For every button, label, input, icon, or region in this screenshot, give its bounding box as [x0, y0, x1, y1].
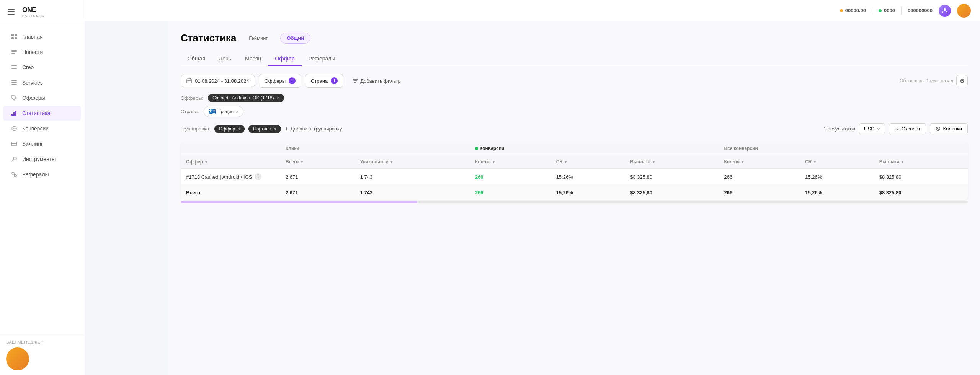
svg-rect-9: [11, 68, 17, 69]
all-count-value[interactable]: 266: [724, 174, 732, 180]
th-unique-clicks[interactable]: Уникальные ▾: [355, 155, 470, 169]
sidebar-item-services[interactable]: Services: [3, 75, 81, 90]
yellow-dot: [840, 9, 843, 12]
add-filter-label: Добавить фильтр: [360, 78, 401, 84]
remove-group-partner[interactable]: ×: [274, 126, 276, 132]
chart-icon: [11, 110, 18, 117]
tab-day[interactable]: День: [212, 52, 238, 66]
svg-rect-11: [11, 82, 17, 83]
sort-arrow: ▾: [493, 160, 495, 164]
header-stat2-value: 0000: [884, 8, 895, 13]
sidebar-item-label: Главная: [22, 34, 42, 40]
offers-filter[interactable]: Офферы 1: [259, 74, 301, 88]
remove-group-offer[interactable]: ×: [237, 126, 240, 132]
svg-rect-10: [11, 80, 17, 81]
country-filter[interactable]: Страна 1: [305, 74, 343, 88]
th-total-clicks[interactable]: Всего ▾: [280, 155, 355, 169]
th-all-cr[interactable]: CR ▾: [800, 155, 874, 169]
svg-rect-23: [187, 79, 191, 83]
country-filter-label-text: Страна:: [181, 109, 199, 114]
refresh-button[interactable]: [956, 75, 968, 86]
header-stat3-value: 000000000: [908, 8, 933, 13]
page-title: Статистика: [181, 32, 236, 44]
table-scrollbar[interactable]: [181, 201, 968, 203]
sidebar-item-statistics[interactable]: Статистика: [3, 106, 81, 121]
sidebar-item-news[interactable]: Новости: [3, 45, 81, 59]
country-flag: 🇬🇷: [209, 108, 216, 115]
sidebar-item-label: Services: [22, 80, 43, 86]
grouping-row: группировка: Оффер × Партнер × + Добавит…: [181, 123, 968, 134]
sort-arrow: ▾: [390, 160, 392, 164]
tab-gaming[interactable]: Гейминг: [242, 33, 274, 44]
conv-count-value: 266: [475, 174, 483, 180]
th-conv-payout[interactable]: Выплата ▾: [625, 155, 719, 169]
header-divider2: [901, 7, 902, 15]
sort-arrow: ▾: [565, 160, 567, 164]
th-offer[interactable]: Оффер ▾: [181, 155, 280, 169]
header-divider1: [872, 7, 872, 15]
sidebar-logo: ONE PARTNERS: [0, 0, 84, 24]
sidebar-item-home[interactable]: Главная: [3, 29, 81, 44]
currency-value: USD: [864, 126, 874, 132]
sidebar-item-billing[interactable]: Биллинг: [3, 137, 81, 151]
col-group-conversions: Конверсии: [470, 142, 719, 155]
header-stat2: 0000: [879, 8, 895, 13]
grid-icon: [11, 33, 18, 40]
group-tag-partner: Партнер ×: [248, 125, 281, 133]
tab-general[interactable]: Общий: [280, 33, 310, 44]
expand-offer-button[interactable]: +: [255, 173, 261, 180]
date-range-filter[interactable]: 01.08.2024 - 31.08.2024: [181, 75, 255, 87]
sidebar-item-offers[interactable]: Офферы: [3, 91, 81, 105]
td-clicks-total: 2 671: [280, 169, 355, 185]
add-group-button[interactable]: + Добавить группировку: [285, 126, 342, 132]
services-icon: [11, 79, 18, 86]
sort-arrow: ▾: [653, 160, 655, 164]
clicks-total-value[interactable]: 2 671: [286, 174, 298, 180]
sidebar-item-label: Офферы: [22, 95, 45, 101]
sidebar-item-label: Новости: [22, 49, 43, 55]
sidebar-item-label: Конверсии: [22, 126, 49, 132]
remove-offer-tag[interactable]: ×: [277, 95, 279, 101]
chevron-down-icon: [876, 127, 880, 131]
green-dot: [879, 9, 882, 12]
active-filters-country: Страна: 🇬🇷 Греция ×: [181, 106, 968, 117]
th-all-count[interactable]: Кол-во ▾: [719, 155, 800, 169]
sidebar-item-conversions[interactable]: Конверсии: [3, 121, 81, 136]
td-total-all-cr: 15,26%: [800, 185, 874, 201]
columns-button[interactable]: Колонки: [930, 123, 968, 134]
th-conv-count[interactable]: Кол-во ▾: [470, 155, 551, 169]
grouping-label: группировка:: [181, 126, 211, 132]
svg-rect-0: [11, 34, 14, 36]
user-avatar[interactable]: [957, 4, 971, 18]
td-total-conv-count: 266: [470, 185, 551, 201]
tab-overall[interactable]: Общая: [181, 52, 212, 66]
td-all-count: 266: [719, 169, 800, 185]
th-conv-cr[interactable]: CR ▾: [551, 155, 625, 169]
tab-offer[interactable]: Оффер: [268, 52, 302, 66]
td-conv-payout: $8 325,80: [625, 169, 719, 185]
sidebar-item-creo[interactable]: Creo: [3, 60, 81, 75]
tools-icon: [11, 156, 18, 163]
group-tag-offer: Оффер ×: [214, 125, 245, 133]
tab-month[interactable]: Месяц: [238, 52, 268, 66]
th-all-payout[interactable]: Выплата ▾: [874, 155, 968, 169]
hamburger-menu[interactable]: [8, 9, 15, 15]
sidebar-item-referrals[interactable]: Рефералы: [3, 167, 81, 182]
td-conv-cr: 15,26%: [551, 169, 625, 185]
sidebar-item-tools[interactable]: Инструменты: [3, 152, 81, 166]
group-tag-offer-label: Оффер: [219, 126, 235, 132]
filters-row: 01.08.2024 - 31.08.2024 Офферы 1 Страна …: [181, 74, 968, 88]
filter-icon: [353, 78, 358, 83]
export-button[interactable]: Экспорт: [889, 123, 926, 134]
header-icon-avatar[interactable]: [939, 5, 951, 17]
td-total-conv-cr: 15,26%: [551, 185, 625, 201]
sidebar-item-label: Статистика: [22, 110, 51, 116]
tab-referrals[interactable]: Рефералы: [302, 52, 342, 66]
currency-selector[interactable]: USD: [859, 123, 885, 134]
remove-country-tag[interactable]: ×: [236, 109, 238, 114]
svg-rect-15: [13, 112, 15, 116]
svg-point-22: [944, 8, 946, 11]
add-filter-button[interactable]: Добавить фильтр: [347, 75, 406, 87]
columns-label: Колонки: [943, 126, 962, 132]
manager-label: ВАШ МЕНЕДЖЕР: [6, 340, 78, 344]
